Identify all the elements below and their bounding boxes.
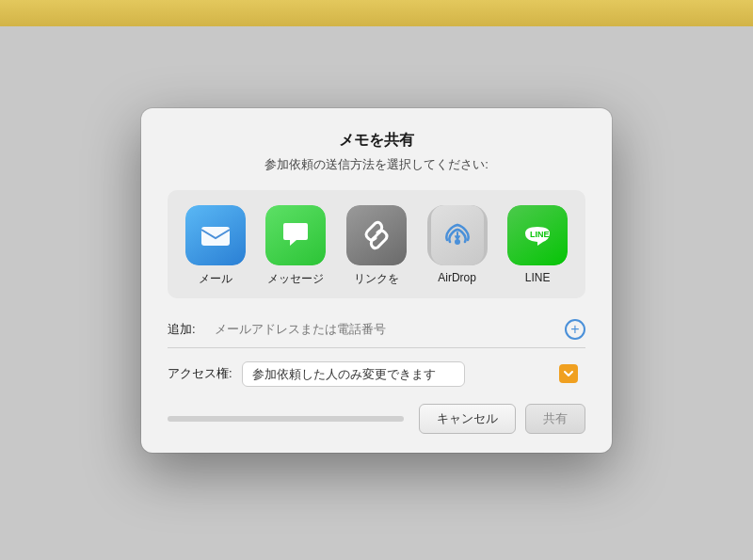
add-input-row: 追加: +	[168, 312, 585, 348]
progress-bar	[168, 416, 404, 422]
airdrop-icon	[431, 205, 484, 265]
share-item-airdrop[interactable]: AirDrop	[421, 205, 494, 284]
mail-icon	[185, 205, 246, 265]
share-item-mail[interactable]: メール	[179, 205, 252, 287]
add-recipient-button[interactable]: +	[565, 319, 585, 340]
airdrop-label: AirDrop	[438, 271, 476, 284]
cancel-button[interactable]: キャンセル	[419, 404, 516, 434]
share-item-line[interactable]: LINE LINE	[501, 205, 574, 284]
access-select-wrapper: 参加依頼した人のみ変更できます	[242, 361, 585, 387]
mail-label: メール	[199, 271, 232, 287]
access-label: アクセス権:	[168, 365, 232, 382]
access-select[interactable]: 参加依頼した人のみ変更できます	[242, 361, 465, 387]
dialog-subtitle: 参加依頼の送信方法を選択してください:	[168, 156, 585, 173]
share-button[interactable]: 共有	[525, 404, 585, 434]
svg-rect-0	[201, 227, 230, 246]
messages-icon	[265, 205, 326, 265]
share-item-link[interactable]: リンクを	[340, 205, 413, 287]
access-row: アクセス権: 参加依頼した人のみ変更できます	[168, 361, 585, 387]
messages-label: メッセージ	[267, 271, 324, 287]
line-label: LINE	[525, 271, 551, 284]
buttons-group: キャンセル 共有	[419, 404, 585, 434]
share-item-messages[interactable]: メッセージ	[260, 205, 333, 287]
svg-text:LINE: LINE	[530, 230, 550, 239]
share-icons-row: メール メッセージ	[179, 205, 574, 287]
share-dialog: メモを共有 参加依頼の送信方法を選択してください: メール	[141, 108, 612, 453]
select-chevron-icon	[559, 364, 578, 383]
recipient-input[interactable]	[215, 322, 565, 336]
dialog-title: メモを共有	[168, 131, 585, 151]
background-bar	[0, 0, 753, 26]
bottom-row: キャンセル 共有	[168, 404, 585, 434]
share-options-container: メール メッセージ	[168, 190, 585, 298]
add-label: 追加:	[168, 321, 209, 338]
line-icon: LINE	[507, 205, 568, 265]
link-label: リンクを	[354, 271, 399, 287]
link-icon	[346, 205, 407, 265]
